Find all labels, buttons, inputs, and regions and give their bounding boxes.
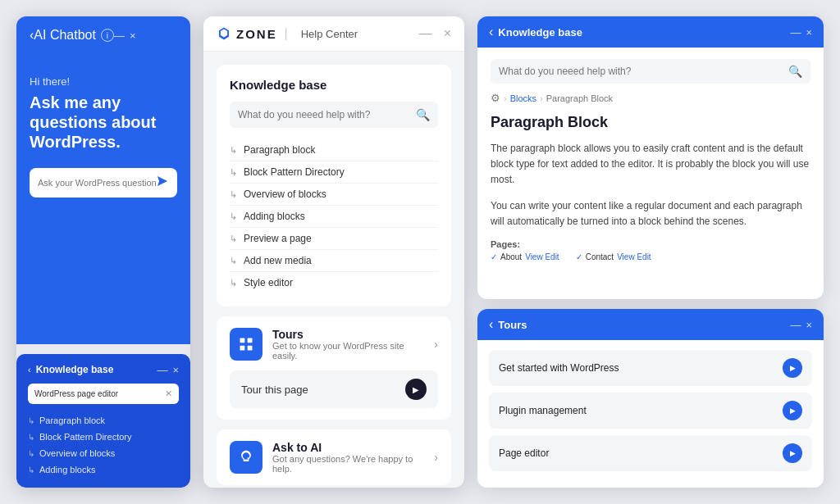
article-body-1: The paragraph block allows you to easily… (491, 141, 810, 188)
breadcrumb-sep-1: › (504, 93, 507, 103)
hc-tours-row: Tours Get to know your WordPress site ea… (230, 328, 438, 361)
ai-label: Ask to AI (272, 441, 424, 454)
close-button[interactable]: × (130, 30, 136, 41)
ai-text: Ask to AI Got any questions? We're happy… (272, 441, 424, 474)
kb-mini-item-1[interactable]: ↳ Block Pattern Directory (28, 429, 179, 445)
hc-search-input[interactable] (238, 109, 416, 120)
kb-mini-label-0: Paragraph block (39, 415, 105, 425)
tours-sub: Get to know your WordPress site easily. (272, 341, 424, 361)
page-links-contact[interactable]: View Edit (617, 252, 651, 261)
zone-logo-icon (217, 26, 231, 41)
hc-minimize-button[interactable]: — (419, 26, 432, 41)
tour-play-1: ▶ (783, 401, 802, 420)
win-controls: — × (114, 30, 136, 41)
tour-this-page-label: Tour this page (241, 384, 308, 396)
pages-label: Pages: (491, 239, 810, 249)
chatbot-greeting: Hi there! (30, 75, 177, 88)
ai-chevron-icon: › (434, 451, 438, 464)
tours-back-icon[interactable]: ‹ (489, 317, 493, 332)
tour-play-0: ▶ (783, 358, 802, 378)
hc-body: Knowledge base 🔍 ↳ Paragraph block ↳ Blo… (203, 52, 464, 488)
kb-mini-header: ‹ Knowledge base — × (28, 364, 179, 375)
breadcrumb-blocks[interactable]: Blocks (510, 93, 536, 103)
page-name-about: About (500, 252, 522, 261)
kb-mini-item-3[interactable]: ↳ Adding blocks (28, 461, 179, 478)
tours-icon (230, 328, 262, 361)
hc-close-button[interactable]: × (444, 26, 451, 41)
page-item-about: ✓ About View Edit (491, 252, 559, 261)
pages-section: Pages: ✓ About View Edit ✓ Contact View … (491, 239, 810, 261)
helpcenter-panel: ZONE | Help Center — × Knowledge base 🔍 … (203, 16, 464, 488)
tour-this-page-button[interactable]: Tour this page ▶ (230, 370, 438, 408)
tour-item-label-2: Page editor (499, 447, 549, 459)
hc-kb-item-2[interactable]: ↳ Overview of blocks (230, 184, 438, 206)
breadcrumb-article: Paragraph Block (546, 93, 613, 103)
kb-article-body: 🔍 ⚙ › Blocks › Paragraph Block Paragraph… (477, 48, 824, 299)
page-check-about: ✓ (491, 252, 497, 261)
hc-kb-card-title: Knowledge base (230, 78, 438, 92)
kb-article-title: Knowledge base (498, 26, 790, 39)
tour-item-2[interactable]: Page editor ▶ (489, 435, 812, 471)
svg-rect-2 (240, 346, 245, 351)
kb-article-header: ‹ Knowledge base — × (477, 16, 824, 48)
breadcrumb-sep-2: › (540, 93, 543, 103)
chatbot-send-button[interactable] (156, 175, 169, 191)
kb-mini-item-0[interactable]: ↳ Paragraph block (28, 412, 179, 429)
kb-mini-item-2[interactable]: ↳ Overview of blocks (28, 445, 179, 461)
kb-minimize-button[interactable]: — (157, 365, 167, 375)
kb-article-panel: ‹ Knowledge base — × 🔍 ⚙ › Blocks › Para… (477, 16, 824, 299)
kb-win-controls: — × (157, 365, 179, 375)
hc-kb-item-6[interactable]: ↳ Style editor (230, 272, 438, 293)
zone-divider: | (285, 26, 288, 41)
tour-item-0[interactable]: Get started with WordPress ▶ (489, 350, 812, 386)
hc-tours-card: Tours Get to know your WordPress site ea… (217, 316, 451, 420)
tours-panel-title: Tours (498, 319, 790, 331)
chatbot-top: ‹ AI Chatbot i — × Hi there! Ask me any … (16, 16, 190, 344)
kb-close-button[interactable]: × (172, 365, 179, 375)
hc-kb-list: ↳ Paragraph block ↳ Block Pattern Direct… (230, 139, 438, 293)
kb-back-icon[interactable]: ‹ (28, 365, 31, 375)
ai-icon (230, 441, 262, 474)
page-item-contact: ✓ Contact View Edit (576, 252, 651, 261)
hc-ai-row: Ask to AI Got any questions? We're happy… (230, 441, 438, 474)
tour-item-1[interactable]: Plugin management ▶ (489, 393, 812, 429)
zone-logo: ZONE (217, 26, 278, 41)
kb-mini-search-input[interactable] (34, 389, 165, 398)
hc-arrow-4: ↳ (230, 234, 237, 244)
chatbot-kb-panel: ‹ Knowledge base — × ✕ ↳ Paragraph block… (16, 354, 190, 488)
kb-mini-title: Knowledge base (36, 364, 158, 375)
kb-article-search-wrap: 🔍 (491, 59, 810, 84)
page-links-about[interactable]: View Edit (525, 252, 559, 261)
tours-close-button[interactable]: × (806, 320, 812, 330)
tours-panel-body: Get started with WordPress ▶ Plugin mana… (477, 340, 824, 488)
hc-arrow-6: ↳ (230, 278, 237, 288)
hc-arrow-3: ↳ (230, 211, 237, 222)
kb-mini-label-3: Adding blocks (39, 465, 96, 474)
minimize-button[interactable]: — (114, 30, 125, 41)
hc-kb-item-5[interactable]: ↳ Add new media (230, 250, 438, 272)
chatbot-input-wrap (30, 168, 177, 198)
tours-minimize-button[interactable]: — (790, 320, 801, 330)
kb-article-minimize[interactable]: — (790, 27, 801, 38)
hc-kb-item-3[interactable]: ↳ Adding blocks (230, 206, 438, 228)
hc-kb-item-4[interactable]: ↳ Preview a page (230, 228, 438, 250)
zone-brand: ZONE (236, 27, 277, 41)
article-title: Paragraph Block (491, 114, 810, 131)
svg-rect-0 (240, 338, 245, 343)
hc-kb-item-0[interactable]: ↳ Paragraph block (230, 139, 438, 161)
helpcenter-header: ZONE | Help Center — × (203, 16, 464, 52)
page-name-contact: Contact (586, 252, 614, 261)
breadcrumb-home-icon[interactable]: ⚙ (491, 92, 500, 104)
kb-article-back-icon[interactable]: ‹ (489, 25, 493, 39)
info-icon[interactable]: i (101, 29, 114, 42)
kb-mini-label-2: Overview of blocks (39, 448, 115, 458)
chatbot-headline: Ask me any questions about WordPress. (30, 93, 177, 152)
kb-article-close[interactable]: × (806, 27, 812, 38)
hc-arrow-2: ↳ (230, 189, 237, 200)
kb-article-search-input[interactable] (499, 66, 788, 77)
kb-search-clear-button[interactable]: ✕ (165, 388, 172, 399)
helpcenter-title: Help Center (301, 28, 358, 40)
chatbot-input[interactable] (38, 178, 156, 188)
hc-kb-item-1[interactable]: ↳ Block Pattern Directory (230, 161, 438, 184)
chatbot-panel: ‹ AI Chatbot i — × Hi there! Ask me any … (16, 16, 190, 488)
